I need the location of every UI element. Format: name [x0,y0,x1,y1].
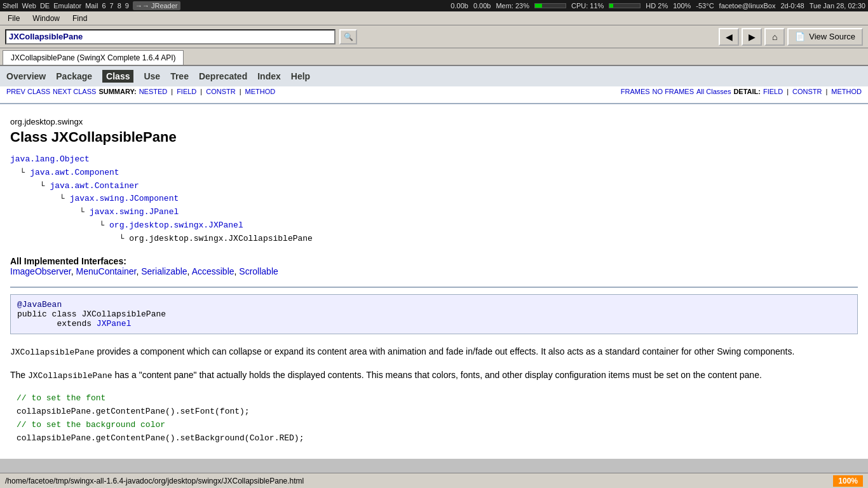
nav-tree[interactable]: Tree [170,71,189,81]
view-source-button[interactable]: 📄 View Source [787,28,863,46]
detail-field[interactable]: FIELD [763,88,783,95]
system-bar: Shell Web DE Emulator Mail 6 7 8 9 →→ JR… [0,0,868,11]
all-classes-link[interactable]: All Classes [696,88,731,95]
extends-class[interactable]: JXPanel [97,319,132,329]
menu-window[interactable]: Window [27,13,65,24]
mem-label: Mem: 23% [496,2,529,10]
cpu-bar-container [609,3,641,8]
description1: JXCollapsiblePane JXCollapsiblePane prov… [10,344,858,360]
interfaces-title: All Implemented Interfaces: [10,256,126,266]
status-path: /home/facetoe/tmp/swingx-all-1.6.4-javad… [5,477,304,485]
annotation: @JavaBean [17,300,62,309]
class-nav-left: PREV CLASS NEXT CLASS SUMMARY: NESTED | … [6,88,275,95]
home-button[interactable]: ⌂ [764,28,785,46]
nav-help[interactable]: Help [291,71,310,81]
extends-label: extends [17,319,97,329]
taskbar-emulator[interactable]: Emulator [53,2,81,10]
nav-buttons: ◀ ▶ ⌂ 📄 View Source [719,28,863,46]
tab-bar: JXCollapsiblePane (SwingX Complete 1.6.4… [0,48,868,66]
class-nav-right: FRAMES NO FRAMES All Classes DETAIL: FIE… [621,88,862,95]
inherit-container[interactable]: java.awt.Container [50,181,139,191]
page-icon: 📄 [795,32,805,41]
class-declaration: public class JXCollapsiblePane [17,309,166,319]
class-title: Class JXCollapsiblePane [10,129,858,146]
mem-bar [534,3,566,8]
mem-bar-container [534,3,566,8]
next-class-link[interactable]: NEXT CLASS [53,88,96,95]
summary-method[interactable]: METHOD [245,88,276,95]
menu-file[interactable]: File [3,13,25,24]
javadoc-nav-top: Overview Package Class Use Tree Deprecat… [0,66,868,86]
iface-accessible[interactable]: Accessible [192,266,234,276]
search-icon: 🔍 [344,32,353,41]
taskbar-8[interactable]: 8 [118,2,121,10]
summary-field[interactable]: FIELD [177,88,196,95]
no-frames-link[interactable]: NO FRAMES [653,88,694,95]
nav-overview[interactable]: Overview [6,71,46,81]
nav-package[interactable]: Package [56,71,92,81]
interfaces-section: All Implemented Interfaces: ImageObserve… [10,256,858,276]
nav-use[interactable]: Use [144,71,160,81]
summary-label: SUMMARY: [98,88,136,95]
search-input[interactable]: JXCollapsiblePane [5,29,336,44]
inherit-object[interactable]: java.lang.Object [10,154,90,164]
view-source-label: View Source [809,32,855,41]
package-name: org.jdesktop.swingx [10,117,858,126]
search-bar: JXCollapsiblePane 🔍 ◀ ▶ ⌂ 📄 View Source [0,25,868,48]
inherit-jcomponent[interactable]: javax.swing.JComponent [70,194,179,203]
summary-constr[interactable]: CONSTR [206,88,235,95]
zoom-indicator: 100% [833,475,863,487]
menu-find[interactable]: Find [67,13,92,24]
javadoc-nav-bottom: PREV CLASS NEXT CLASS SUMMARY: NESTED | … [0,86,868,97]
net-up: 0.00b [473,2,491,10]
taskbar-web[interactable]: Web [22,2,36,10]
code-line-2: collapsiblePane.getContentPane().setBack… [17,433,304,443]
nav-index[interactable]: Index [257,71,281,81]
system-info: 0.00b 0.00b Mem: 23% CPU: 11% HD 2% 100%… [451,2,865,10]
prev-class-link[interactable]: PREV CLASS [6,88,50,95]
forward-button[interactable]: ▶ [742,28,762,46]
inherit-jpanel[interactable]: javax.swing.JPanel [90,207,179,217]
iface-scrollable[interactable]: Scrollable [239,266,278,276]
code-line-1: collapsiblePane.getContentPane().setFont… [17,407,250,416]
taskbar-shell[interactable]: Shell [3,2,18,10]
inherit-component[interactable]: java.awt.Component [30,168,119,177]
taskbar: Shell Web DE Emulator Mail 6 7 8 9 →→ JR… [3,1,180,10]
taskbar-mail[interactable]: Mail [85,2,98,10]
nav-deprecated[interactable]: Deprecated [199,71,247,81]
iface-imageobserver[interactable]: ImageObserver [10,266,71,276]
detail-method[interactable]: METHOD [831,88,862,95]
mid-divider [10,287,858,288]
hd-info: HD 2% [646,2,668,10]
uptime: 2d-0:48 [780,2,804,10]
summary-nested[interactable]: NESTED [139,88,168,95]
class-info-box: @JavaBean public class JXCollapsiblePane… [10,294,858,334]
inherit-current: org.jdesktop.swingx.JXCollapsiblePane [129,234,313,243]
zoom-value: 100% [838,477,858,485]
nav-class-active: Class [102,70,133,83]
code-block: // to set the font collapsiblePane.getCo… [10,392,858,445]
taskbar-7[interactable]: 7 [110,2,114,10]
menu-bar: File Window Find [0,11,868,25]
iface-menucontainer[interactable]: MenuContainer [76,266,137,276]
datetime: Tue Jan 28, 02:30 [810,2,865,10]
status-bar: /home/facetoe/tmp/swingx-all-1.6.4-javad… [0,473,868,488]
taskbar-de[interactable]: DE [40,2,50,10]
taskbar-9[interactable]: 9 [125,2,129,10]
main-tab[interactable]: JXCollapsiblePane (SwingX Complete 1.6.4… [3,50,184,65]
frames-link[interactable]: FRAMES [621,88,650,95]
cpu-label: CPU: 11% [571,2,604,10]
inherit-jxpanel[interactable]: org.jdesktop.swingx.JXPanel [109,220,243,230]
mem-bar-fill [535,4,542,8]
search-button[interactable]: 🔍 [339,29,357,44]
cpu-bar-fill [609,4,613,8]
main-content: Overview Package Class Use Tree Deprecat… [0,66,868,459]
taskbar-jreader[interactable]: →→ JReader [133,1,180,10]
battery: 100% [673,2,691,10]
iface-serializable[interactable]: Serializable [141,266,187,276]
temp: -53°C [696,2,714,10]
back-button[interactable]: ◀ [719,28,739,46]
net-down: 0.00b [451,2,468,10]
detail-constr[interactable]: CONSTR [792,88,822,95]
taskbar-6[interactable]: 6 [102,2,105,10]
